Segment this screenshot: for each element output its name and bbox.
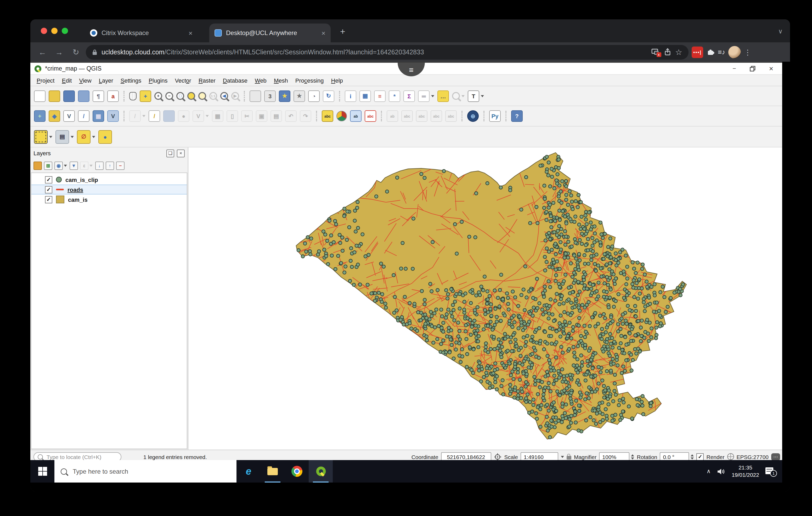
magnifier-spinner[interactable] [631,454,634,459]
taskbar-search-input[interactable] [72,467,230,476]
highlight-pinned-labels-icon[interactable]: abc [365,110,376,122]
select-features-by-value-dropdown-icon[interactable] [70,136,74,138]
deselect-features-all-layers-dropdown-icon[interactable] [92,136,95,138]
identify-features-icon[interactable]: i [345,90,356,102]
rotation-spinner[interactable] [691,454,694,459]
select-features-icon[interactable] [34,130,48,144]
remove-layer-icon[interactable]: − [116,161,124,170]
taskbar-clock[interactable]: 21:35 19/01/2022 [732,464,759,478]
tab-close-icon[interactable]: × [321,29,325,37]
new-temporary-scratch-layer-icon[interactable]: ▦ [93,110,104,122]
measure-line-icon[interactable]: ═ [418,90,430,102]
menu-settings[interactable]: Settings [117,77,145,83]
scale-value[interactable]: 1:49160 [521,452,558,461]
tray-chevron-icon[interactable]: ∧ [706,468,711,475]
metasearch-catalog-icon[interactable]: ⊕ [467,110,479,122]
toggle-editing-icon[interactable]: / [149,110,160,122]
zoom-to-layer-icon[interactable] [187,92,195,100]
temporal-controller-icon[interactable]: ◔ [308,90,320,102]
new-map-view-icon[interactable] [250,90,261,102]
pin-labels-icon[interactable]: ab [350,110,361,122]
menu-plugins[interactable]: Plugins [145,77,171,83]
style-manager-icon[interactable]: a [107,90,119,102]
add-group-icon[interactable]: ⊞ [44,161,52,170]
panel-close-icon[interactable]: × [177,149,185,157]
scale-lock-icon[interactable] [567,456,571,459]
browser-tab-desktop-ucl[interactable]: Desktop@UCL Anywhere × [209,24,331,42]
layer-item-cam_is[interactable]: ✓cam_is [31,194,187,205]
share-icon[interactable] [664,48,671,56]
new-spatialite-layer-icon[interactable]: V [107,110,119,122]
statistics-panel-icon[interactable]: Σ [403,90,415,102]
taskbar-app-file-explorer[interactable] [261,460,285,483]
text-annotation-dropdown-icon[interactable] [481,95,484,97]
volume-icon[interactable] [717,468,725,475]
taskbar-app-chrome[interactable] [285,460,309,483]
mac-close-light[interactable] [41,28,47,34]
render-checkbox[interactable]: ✓ [697,453,704,460]
playlist-extension-icon[interactable]: ≡♪ [718,48,725,56]
magnifier-value[interactable]: 100% [599,452,630,461]
minimize-button[interactable]: − [732,65,736,72]
deselect-features-all-layers-icon[interactable]: ∅ [77,130,90,144]
select-by-location-icon[interactable]: ● [98,130,112,144]
statistical-summary-icon[interactable]: ≡ [374,90,385,102]
address-bar[interactable]: ucldesktop.cloud.com/Citrix/StoreWeb/cli… [86,45,689,59]
tab-close-icon[interactable]: × [188,29,193,37]
bookmark-star-icon[interactable]: ☆ [675,47,682,57]
menu-mesh[interactable]: Mesh [270,77,292,83]
profile-avatar[interactable] [728,46,741,58]
map-canvas[interactable] [188,147,782,450]
taskbar-app-internet-explorer[interactable]: e [236,460,261,483]
measure-line-dropdown-icon[interactable] [431,95,434,97]
menu-help[interactable]: Help [327,77,347,83]
new-3d-map-view-icon[interactable]: 3 [264,90,276,102]
browser-menu-icon[interactable]: ⋮ [744,48,751,56]
new-project-icon[interactable] [34,90,46,102]
zoom-out-icon[interactable]: − [165,92,173,100]
menu-processing[interactable]: Processing [292,77,327,83]
save-project-icon[interactable] [63,90,75,102]
menu-raster[interactable]: Raster [195,77,219,83]
tab-search-chevron-icon[interactable]: ∨ [778,28,783,35]
panel-float-icon[interactable]: ❏ [166,149,174,157]
menu-view[interactable]: View [75,77,95,83]
layer-item-roads[interactable]: ✓roads [31,185,187,194]
zoom-to-selection-icon[interactable] [198,92,206,100]
collapse-all-icon[interactable]: ↑ [106,161,114,170]
menu-database[interactable]: Database [219,77,251,83]
layout-manager-icon[interactable]: ¶ [93,90,104,102]
zoom-last-icon[interactable]: ◀ [220,92,228,100]
manage-map-themes-dropdown-icon[interactable] [64,165,67,167]
new-spatial-bookmark-icon[interactable]: ★ [279,90,290,102]
layer-item-cam_is_clip[interactable]: ✓cam_is_clip [31,175,187,185]
locator-input[interactable] [46,453,110,460]
pan-to-selection-icon[interactable]: + [140,90,151,102]
mac-minimize-light[interactable] [51,28,58,34]
open-layer-styling-icon[interactable] [33,161,42,170]
open-attribute-table-icon[interactable]: ▦ [359,90,371,102]
expand-all-icon[interactable]: ↓ [95,161,104,170]
zoom-full-extent-icon[interactable]: □ [176,92,184,100]
pan-map-icon[interactable] [129,92,137,100]
start-button[interactable] [30,460,54,483]
new-geopackage-layer-icon[interactable]: ◆ [49,110,60,122]
manage-map-themes-icon[interactable]: ◉ [54,161,63,170]
browser-tab-citrix[interactable]: Citrix Workspace × [85,24,198,42]
citrix-receiver-icon[interactable]: x [651,49,660,55]
text-annotation-icon[interactable]: T [468,90,479,102]
menu-edit[interactable]: Edit [58,77,76,83]
taskbar-search[interactable] [54,460,236,483]
action-center-icon[interactable]: 1 [765,467,775,475]
select-features-dropdown-icon[interactable] [49,136,52,138]
scale-dropdown-icon[interactable] [561,456,564,458]
select-features-by-value-icon[interactable]: ▤ [55,130,69,144]
lastpass-extension-icon[interactable]: •••| [692,46,703,58]
taskbar-app-qgis[interactable] [309,460,333,483]
show-spatial-bookmarks-icon[interactable]: ★ [293,90,305,102]
layer-labeling-icon[interactable]: abc [322,110,333,122]
menu-layer[interactable]: Layer [95,77,117,83]
menu-web[interactable]: Web [251,77,270,83]
epsg-label[interactable]: EPSG:27700 [736,454,768,460]
new-shapefile-layer-icon[interactable]: V [63,110,75,122]
